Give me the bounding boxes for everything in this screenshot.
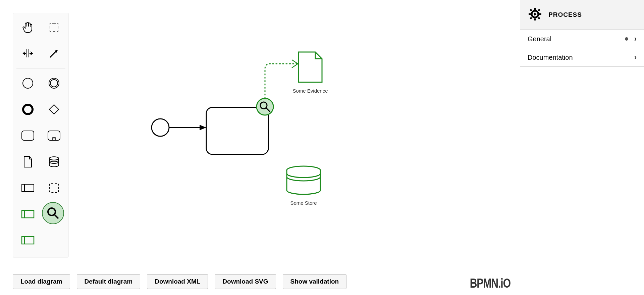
properties-title: PROCESS	[548, 11, 582, 18]
svg-rect-16	[49, 105, 59, 114]
hand-tool[interactable]	[16, 15, 40, 39]
palette-separator	[16, 68, 65, 68]
section-label: General	[528, 35, 551, 43]
load-diagram-button[interactable]: Load diagram	[13, 274, 70, 289]
svg-point-28	[48, 208, 55, 215]
create-green-lane-2[interactable]	[16, 228, 40, 252]
create-gateway[interactable]	[42, 97, 66, 121]
show-validation-button[interactable]: Show validation	[283, 274, 347, 289]
data-store-label: Some Store	[277, 200, 330, 206]
properties-section-general[interactable]: General ›	[520, 30, 644, 48]
create-participant[interactable]	[16, 176, 40, 200]
svg-point-0	[257, 98, 273, 115]
svg-rect-25	[49, 183, 59, 193]
svg-point-22	[49, 157, 59, 160]
start-event[interactable]	[152, 119, 169, 136]
search-element-tool[interactable]	[42, 202, 64, 224]
modified-indicator-icon	[625, 37, 628, 41]
footer-toolbar: Load diagram Default diagram Download XM…	[13, 274, 346, 289]
create-data-object[interactable]	[16, 150, 40, 174]
tool-palette	[13, 13, 68, 257]
svg-point-14	[50, 80, 58, 87]
svg-rect-26	[22, 210, 34, 218]
svg-rect-30	[22, 237, 34, 244]
svg-line-29	[54, 214, 58, 218]
svg-rect-23	[22, 184, 34, 192]
svg-line-40	[530, 17, 532, 19]
svg-marker-33	[534, 12, 537, 16]
section-label: Documentation	[528, 54, 573, 61]
svg-point-12	[23, 78, 33, 88]
svg-point-15	[23, 105, 33, 114]
data-object-evidence[interactable]	[299, 52, 322, 82]
space-tool[interactable]	[16, 41, 40, 65]
global-connect-tool[interactable]	[42, 41, 66, 65]
create-end-event[interactable]	[42, 71, 66, 95]
create-intermediate-event[interactable]	[16, 97, 40, 121]
properties-panel: PROCESS General › Documentation ›	[520, 0, 644, 295]
data-object-label: Some Evidence	[283, 88, 337, 94]
bpmn-io-logo: BPMN.iO	[470, 276, 511, 291]
properties-section-documentation[interactable]: Documentation ›	[520, 48, 644, 67]
create-task[interactable]	[16, 124, 40, 148]
create-subprocess[interactable]	[42, 124, 66, 148]
chevron-right-icon: ›	[634, 53, 637, 62]
data-store[interactable]	[287, 166, 320, 194]
default-diagram-button[interactable]: Default diagram	[77, 274, 141, 289]
download-svg-button[interactable]: Download SVG	[215, 274, 276, 289]
svg-line-41	[538, 9, 540, 11]
create-start-event[interactable]	[16, 71, 40, 95]
gear-play-icon	[528, 7, 542, 23]
arrowhead-icon	[200, 125, 206, 130]
properties-header: PROCESS	[520, 0, 644, 30]
lasso-tool[interactable]	[42, 15, 66, 39]
create-green-lane-1[interactable]	[16, 202, 40, 226]
svg-line-39	[538, 17, 540, 19]
svg-line-38	[530, 9, 532, 11]
svg-rect-17	[22, 131, 34, 140]
download-xml-button[interactable]: Download XML	[147, 274, 208, 289]
task-shape[interactable]	[206, 107, 268, 154]
create-group[interactable]	[42, 176, 66, 200]
boundary-event-magnifier[interactable]	[257, 98, 273, 115]
create-data-store[interactable]	[42, 150, 66, 174]
chevron-right-icon: ›	[634, 35, 637, 43]
